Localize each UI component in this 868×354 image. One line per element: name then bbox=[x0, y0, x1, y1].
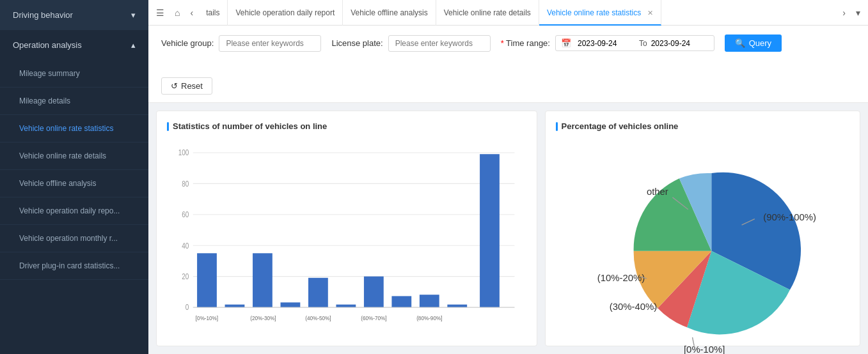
time-range-label: Time range: bbox=[501, 38, 550, 48]
back-icon[interactable]: ‹ bbox=[185, 8, 198, 18]
svg-text:(10%-20%): (10%-20%) bbox=[597, 273, 644, 283]
sidebar-item-vehicle-online-rate-details[interactable]: Vehicle online rate details bbox=[0, 142, 148, 170]
sidebar-mileage-details-label: Mileage details bbox=[19, 96, 70, 105]
sidebar-mileage-summary-label: Mileage summary bbox=[19, 69, 80, 78]
charts-area: Statistics of number of vehicles on line… bbox=[148, 103, 868, 354]
tab-vehicle-operation-daily-label: Vehicle operation daily report bbox=[235, 8, 335, 17]
sidebar-item-mileage-details[interactable]: Mileage details bbox=[0, 88, 148, 115]
to-label: To bbox=[639, 39, 647, 48]
search-icon: 🔍 bbox=[735, 38, 745, 48]
pie-chart-panel: Percentage of vehicles online bbox=[545, 111, 860, 346]
svg-text:60: 60 bbox=[182, 210, 189, 219]
sidebar-vehicle-offline-analysis-label: Vehicle offline analysis bbox=[19, 179, 97, 188]
svg-rect-18 bbox=[364, 277, 384, 307]
date-range-picker[interactable]: 📅 To bbox=[555, 35, 714, 51]
svg-text:20: 20 bbox=[182, 272, 189, 281]
sidebar-operation-analysis-label: Operation analysis bbox=[13, 40, 82, 50]
svg-rect-16 bbox=[308, 278, 328, 307]
reset-icon: ↺ bbox=[171, 81, 178, 91]
pie-chart-container: (90%-100%) other (30%-40%) (10%-20%) [0%… bbox=[556, 139, 849, 354]
svg-rect-12 bbox=[197, 253, 217, 307]
tab-vehicle-online-rate-details-label: Vehicle online rate details bbox=[444, 8, 531, 17]
bar-chart-panel: Statistics of number of vehicles on line… bbox=[156, 111, 537, 346]
filter-bar: Vehicle group: License plate: Time range… bbox=[148, 26, 868, 103]
query-button[interactable]: 🔍 Query bbox=[725, 35, 782, 52]
bar-chart-svg: 100 80 60 40 20 0 bbox=[167, 139, 526, 335]
main-content: ☰ ⌂ ‹ tails Vehicle operation daily repo… bbox=[148, 0, 868, 354]
reset-button-label: Reset bbox=[181, 81, 203, 91]
sidebar-item-operation-analysis[interactable]: Operation analysis ▴ bbox=[0, 30, 148, 60]
reset-button[interactable]: ↺ Reset bbox=[161, 77, 212, 95]
svg-text:(80%-90%]: (80%-90%] bbox=[416, 314, 442, 321]
calendar-icon: 📅 bbox=[561, 38, 571, 48]
svg-text:[0%-10%]: [0%-10%] bbox=[684, 344, 725, 354]
vehicle-group-filter: Vehicle group: bbox=[161, 35, 321, 52]
vehicle-group-label: Vehicle group: bbox=[161, 38, 214, 48]
license-plate-filter: License plate: bbox=[331, 35, 490, 52]
svg-text:other: other bbox=[646, 187, 668, 197]
svg-text:[0%-10%]: [0%-10%] bbox=[196, 314, 218, 321]
tab-vehicle-operation-daily[interactable]: Vehicle operation daily report bbox=[228, 0, 343, 26]
bar-chart-container: 100 80 60 40 20 0 bbox=[167, 139, 526, 335]
date-from-input[interactable] bbox=[578, 39, 635, 48]
tab-nav-more-icon[interactable]: ▾ bbox=[851, 8, 865, 18]
sidebar-driver-plugin-label: Driver plug-in card statistics... bbox=[19, 261, 120, 270]
tab-tails[interactable]: tails bbox=[198, 0, 228, 26]
tab-bar: ☰ ⌂ ‹ tails Vehicle operation daily repo… bbox=[148, 0, 868, 26]
tab-nav-right-icon[interactable]: › bbox=[837, 8, 851, 18]
svg-text:(30%-40%): (30%-40%) bbox=[609, 302, 656, 312]
svg-text:(40%-50%]: (40%-50%] bbox=[305, 314, 331, 321]
svg-text:(20%-30%]: (20%-30%] bbox=[250, 314, 276, 321]
home-icon[interactable]: ⌂ bbox=[170, 8, 185, 18]
svg-text:80: 80 bbox=[182, 180, 189, 188]
pie-chart-title: Percentage of vehicles online bbox=[556, 121, 849, 131]
tab-tails-label: tails bbox=[206, 8, 219, 17]
license-plate-input[interactable] bbox=[388, 35, 491, 52]
vehicle-group-input[interactable] bbox=[219, 35, 321, 52]
tab-vehicle-online-rate-stats-label: Vehicle online rate statistics bbox=[547, 8, 641, 17]
svg-rect-20 bbox=[420, 295, 439, 307]
svg-rect-14 bbox=[253, 253, 272, 307]
svg-rect-19 bbox=[391, 296, 411, 307]
chevron-down-icon: ▾ bbox=[131, 10, 136, 20]
sidebar-item-driver-plugin[interactable]: Driver plug-in card statistics... bbox=[0, 252, 148, 280]
bar-chart-title: Statistics of number of vehicles on line bbox=[167, 121, 526, 131]
svg-rect-22 bbox=[480, 154, 500, 307]
license-plate-label: License plate: bbox=[331, 38, 383, 48]
sidebar-item-vehicle-operation-daily[interactable]: Vehicle operation daily repo... bbox=[0, 197, 148, 225]
svg-text:100: 100 bbox=[178, 148, 189, 157]
sidebar-driving-behavior-label: Driving behavior bbox=[13, 10, 73, 20]
tab-vehicle-online-rate-details[interactable]: Vehicle online rate details bbox=[436, 0, 539, 26]
svg-text:40: 40 bbox=[182, 242, 189, 250]
time-range-filter: Time range: 📅 To bbox=[501, 35, 714, 51]
svg-rect-17 bbox=[336, 305, 356, 307]
tab-close-icon[interactable]: ✕ bbox=[647, 9, 653, 17]
svg-text:0: 0 bbox=[185, 303, 189, 311]
pie-chart-svg: (90%-100%) other (30%-40%) (10%-20%) [0%… bbox=[556, 139, 849, 354]
sidebar-vehicle-operation-monthly-label: Vehicle operation monthly r... bbox=[19, 234, 118, 243]
svg-rect-21 bbox=[447, 305, 467, 307]
sidebar-vehicle-online-rate-details-label: Vehicle online rate details bbox=[19, 151, 106, 160]
sidebar-item-vehicle-offline-analysis[interactable]: Vehicle offline analysis bbox=[0, 170, 148, 197]
sidebar: Driving behavior ▾ Operation analysis ▴ … bbox=[0, 0, 148, 354]
sidebar-item-mileage-summary[interactable]: Mileage summary bbox=[0, 60, 148, 88]
tab-vehicle-offline-analysis[interactable]: Vehicle offline analysis bbox=[343, 0, 436, 26]
sidebar-item-driving-behavior[interactable]: Driving behavior ▾ bbox=[0, 0, 148, 30]
sidebar-vehicle-operation-daily-label: Vehicle operation daily repo... bbox=[19, 206, 120, 215]
svg-text:(60%-70%]: (60%-70%] bbox=[361, 314, 386, 321]
sidebar-item-vehicle-online-rate-stats[interactable]: Vehicle online rate statistics bbox=[0, 115, 148, 142]
svg-rect-13 bbox=[225, 305, 245, 307]
tab-vehicle-online-rate-stats[interactable]: Vehicle online rate statistics ✕ bbox=[539, 0, 661, 26]
svg-rect-15 bbox=[281, 302, 301, 307]
menu-icon[interactable]: ☰ bbox=[151, 8, 170, 18]
date-to-input[interactable] bbox=[651, 39, 709, 48]
tab-vehicle-offline-analysis-label: Vehicle offline analysis bbox=[351, 8, 428, 17]
chevron-up-icon: ▴ bbox=[131, 40, 136, 50]
sidebar-item-vehicle-operation-monthly[interactable]: Vehicle operation monthly r... bbox=[0, 225, 148, 252]
svg-text:(90%-100%): (90%-100%) bbox=[763, 212, 816, 222]
sidebar-vehicle-online-rate-stats-label: Vehicle online rate statistics bbox=[19, 124, 113, 133]
query-button-label: Query bbox=[749, 38, 771, 48]
